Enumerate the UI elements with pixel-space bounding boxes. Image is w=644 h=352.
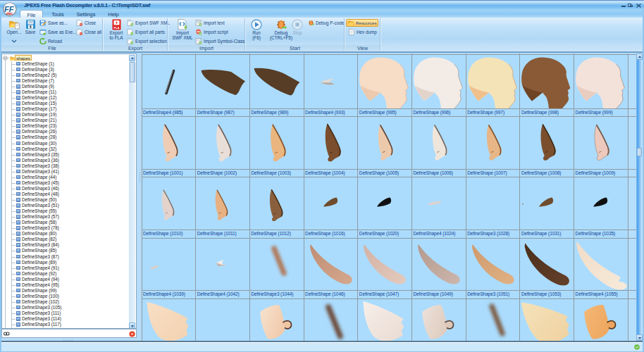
svg-text:dec: dec [6, 11, 13, 15]
svg-text:FLA: FLA [113, 26, 119, 30]
